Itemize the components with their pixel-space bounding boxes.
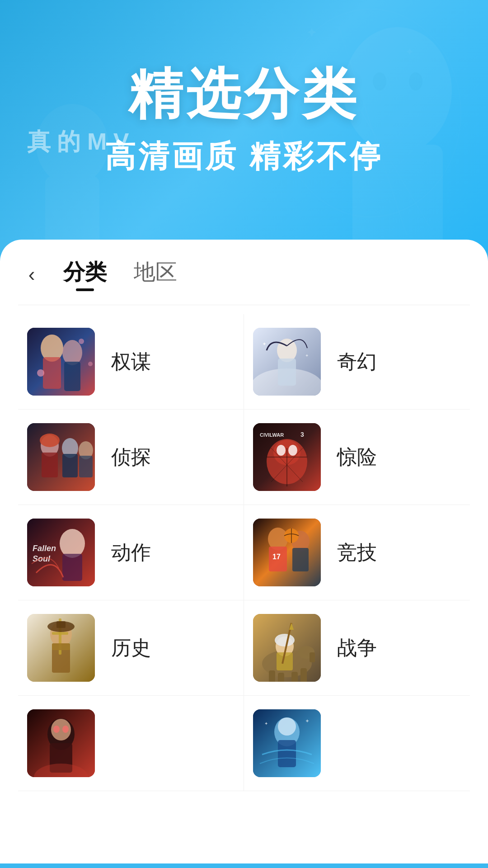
svg-point-51 [60,529,85,558]
svg-rect-19 [64,362,80,391]
svg-text:17: 17 [272,553,281,561]
category-label-zhanzheng: 战争 [337,635,377,661]
svg-text:CIVILWAR: CIVILWAR [260,432,284,438]
category-item-quanmou[interactable]: 权谋 [18,314,244,410]
category-item-lishi[interactable]: 历史 [18,600,244,696]
svg-rect-35 [79,456,93,477]
svg-text:✦: ✦ [264,721,268,726]
svg-rect-72 [278,673,284,682]
thumbnail-bottom1 [27,709,95,777]
content-card: ‹ 分类 地区 [0,240,488,863]
category-label-jingji: 竞技 [337,539,377,566]
svg-rect-73 [291,672,298,682]
category-item-dongzuo[interactable]: Fallen Soul 动作 [18,505,244,600]
svg-text:✦: ✦ [262,341,267,347]
tab-diqu[interactable]: 地区 [134,258,177,291]
svg-text:✦: ✦ [305,353,309,358]
svg-point-88 [62,726,69,733]
svg-point-12 [409,72,422,90]
category-label-lishi: 历史 [111,635,151,661]
category-item-bottom1[interactable] [18,696,244,791]
tab-header: ‹ 分类 地区 [18,240,470,296]
back-button[interactable]: ‹ [18,261,45,288]
svg-text:Fallen: Fallen [33,544,56,553]
svg-rect-66 [52,643,70,650]
tab-fenlei[interactable]: 分类 [63,258,107,291]
svg-point-47 [288,445,297,456]
category-item-bottom2[interactable]: ✦ ✦ [244,696,470,791]
category-item-jingji[interactable]: 17 竞技 [244,505,470,600]
svg-rect-33 [62,454,78,477]
svg-rect-65 [52,632,68,635]
tab-nav: 分类 地区 [63,258,177,291]
svg-rect-26 [278,359,296,386]
hero-section: ✦ ✦ ✦ 真 的 M V 精选分类 高清画质 精彩不停 [0,0,488,253]
svg-point-79 [275,634,295,646]
thumbnail-bottom2: ✦ ✦ [253,709,321,777]
svg-rect-58 [292,548,309,571]
svg-text:3: 3 [300,431,304,438]
category-label-quanmou: 权谋 [111,349,151,375]
thumbnail-lishi [27,614,95,682]
thumbnail-qihuan: ✦ ✦ [253,328,321,396]
svg-rect-76 [310,652,315,662]
svg-point-87 [53,726,60,733]
svg-text:✦: ✦ [305,718,310,724]
svg-point-20 [37,369,44,377]
thumbnail-dongzuo: Fallen Soul [27,519,95,586]
category-item-zhanzheng[interactable]: 战争 [244,600,470,696]
category-label-dongzuo: 动作 [111,539,151,566]
svg-point-21 [79,339,84,344]
svg-rect-92 [278,740,296,767]
category-item-qihuan[interactable]: ✦ ✦ 奇幻 [244,314,470,410]
thumbnail-quanmou [27,328,95,396]
svg-rect-71 [269,670,275,682]
svg-rect-31 [42,453,58,477]
category-item-jingxian[interactable]: CIVILWAR 3 惊险 [244,410,470,505]
divider [18,305,470,305]
svg-rect-52 [62,554,82,581]
svg-text:✦: ✦ [307,26,316,38]
category-label-jingxian: 惊险 [337,444,377,471]
thumbnail-jingji: 17 [253,519,321,586]
thumbnail-zhentan [27,423,95,491]
svg-rect-74 [300,668,307,682]
svg-point-46 [277,445,286,456]
category-item-zhentan[interactable]: 侦探 [18,410,244,505]
thumbnail-zhanzheng [253,614,321,682]
svg-point-36 [40,434,60,447]
hero-title: 精选分类 高清画质 精彩不停 [105,58,384,177]
hero-title-main: 精选分类 [105,58,384,132]
svg-point-22 [88,362,93,366]
category-grid: 权谋 ✦ [18,314,470,791]
hero-title-sub: 高清画质 精彩不停 [105,136,384,177]
thumbnail-jingxian: CIVILWAR 3 [253,423,321,491]
svg-point-18 [62,340,82,365]
svg-point-91 [278,717,296,736]
category-label-qihuan: 奇幻 [337,349,377,375]
svg-rect-68 [56,621,66,628]
category-label-zhentan: 侦探 [111,444,151,471]
svg-rect-17 [43,357,61,389]
